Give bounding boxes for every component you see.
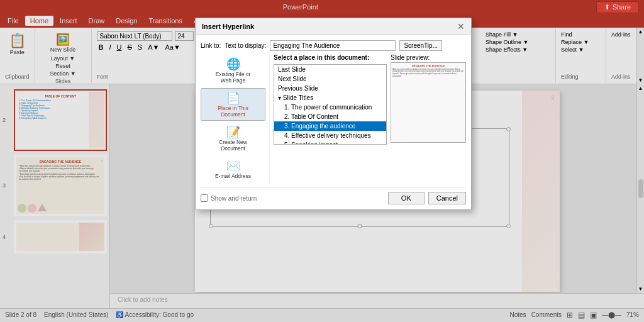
- link-type-existing[interactable]: 🌐 Existing File or Web Page: [201, 54, 265, 87]
- dialog-footer: Show and return OK Cancel: [201, 187, 466, 204]
- link-types-panel: 🌐 Existing File or Web Page 📄 Place in T…: [201, 54, 270, 182]
- dialog-close-button[interactable]: ✕: [457, 21, 465, 31]
- cancel-button[interactable]: Cancel: [428, 192, 466, 204]
- show-return-checkbox[interactable]: [201, 194, 208, 202]
- place-item-last-slide[interactable]: Last Slide: [274, 65, 386, 74]
- place-item-slide-titles[interactable]: ▾ Slide Titles: [274, 93, 386, 103]
- place-item-5[interactable]: 5. Speaking impact: [274, 140, 386, 145]
- place-item-4[interactable]: 4. Effective delivery techniques: [274, 131, 386, 140]
- place-item-next-slide[interactable]: Next Slide: [274, 74, 386, 84]
- preview-panel: Slide preview: ENGAGING THE AUDIENCE Mak…: [391, 54, 466, 182]
- show-return-row: Show and return: [201, 194, 257, 202]
- dialog-header: Insert Hyperlink ✕: [196, 18, 471, 35]
- link-to-label: Link to:: [201, 42, 221, 49]
- place-item-2[interactable]: 2. Table Of Content: [274, 112, 386, 121]
- screentip-button[interactable]: ScreenTip...: [399, 40, 442, 51]
- link-type-create[interactable]: 📝 Create New Document: [201, 122, 265, 155]
- text-display-label: Text to display:: [225, 42, 266, 49]
- place-item-prev-slide[interactable]: Previous Slide: [274, 84, 386, 93]
- place-list[interactable]: Last Slide Next Slide Previous Slide ▾ S…: [274, 64, 387, 145]
- preview-box: ENGAGING THE AUDIENCE Make eye contact w…: [391, 62, 466, 143]
- dialog-overlay: Insert Hyperlink ✕ Link to: Text to disp…: [0, 0, 644, 322]
- dialog-title: Insert Hyperlink: [202, 23, 254, 30]
- insert-hyperlink-dialog: Insert Hyperlink ✕ Link to: Text to disp…: [195, 18, 472, 210]
- place-list-title: Select a place in this document:: [274, 54, 387, 61]
- place-list-panel: Select a place in this document: Last Sl…: [274, 54, 387, 182]
- ok-button[interactable]: OK: [388, 192, 425, 204]
- preview-label: Slide preview:: [391, 54, 466, 61]
- dialog-body: Link to: Text to display: ScreenTip... 🌐…: [196, 35, 471, 209]
- place-item-3[interactable]: 3. Engaging the audience: [274, 121, 386, 131]
- link-type-place[interactable]: 📄 Place in This Document: [201, 88, 265, 121]
- link-type-email[interactable]: ✉️ E-mail Address: [201, 156, 265, 182]
- text-display-input[interactable]: [270, 40, 396, 51]
- place-item-1[interactable]: 1. The power of communication: [274, 103, 386, 112]
